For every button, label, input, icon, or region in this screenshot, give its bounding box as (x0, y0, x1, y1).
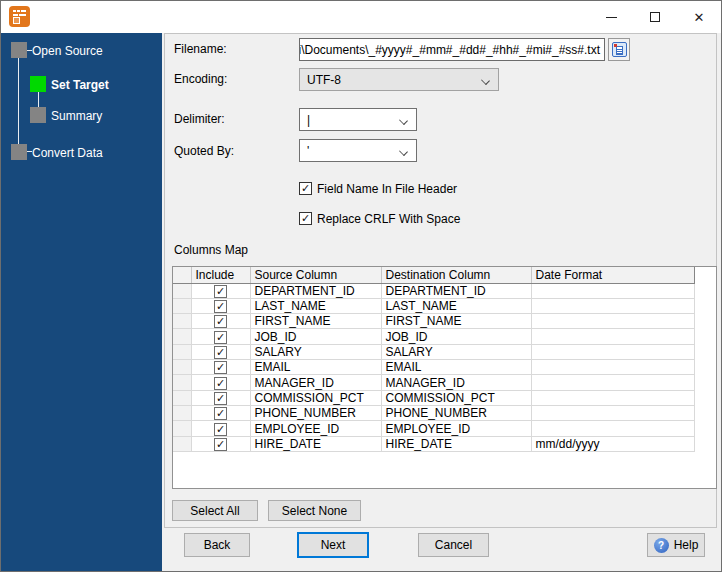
delimiter-select[interactable]: | (299, 108, 417, 131)
include-cell: ✓ (191, 421, 250, 436)
column-header-include: Include (191, 267, 250, 283)
include-checkbox[interactable]: ✓ (214, 300, 227, 313)
tree-connector-line (38, 92, 39, 107)
include-cell: ✓ (191, 329, 250, 344)
date-format-cell (531, 329, 694, 344)
include-cell: ✓ (191, 298, 250, 313)
help-button[interactable]: ? Help (647, 533, 705, 557)
include-cell: ✓ (191, 390, 250, 405)
destination-column-cell: MANAGER_ID (381, 375, 531, 390)
include-cell: ✓ (191, 283, 250, 298)
select-none-button[interactable]: Select None (268, 500, 361, 521)
include-checkbox[interactable]: ✓ (214, 285, 227, 298)
destination-column-cell: EMPLOYEE_ID (381, 421, 531, 436)
row-selector-cell[interactable] (173, 344, 191, 359)
row-selector-cell[interactable] (173, 406, 191, 421)
app-icon-detail (13, 10, 26, 12)
table-row: ✓LAST_NAMELAST_NAME (173, 298, 694, 313)
chevron-down-icon (481, 76, 490, 85)
row-selector-cell[interactable] (173, 314, 191, 329)
dialog-window: ✕ Open Source Set Target Summary Convert… (0, 0, 722, 572)
close-icon: ✕ (694, 11, 705, 24)
app-icon[interactable] (9, 6, 30, 27)
encoding-label: Encoding: (174, 72, 227, 86)
destination-column-cell: JOB_ID (381, 329, 531, 344)
app-icon-detail (13, 17, 20, 24)
help-icon: ? (654, 538, 669, 553)
row-selector-cell[interactable] (173, 329, 191, 344)
row-selector-cell[interactable] (173, 436, 191, 451)
column-header-date-format: Date Format (531, 267, 694, 283)
row-selector-cell[interactable] (173, 283, 191, 298)
row-selector-cell[interactable] (173, 298, 191, 313)
minimize-icon (606, 17, 617, 18)
table-row: ✓FIRST_NAMEFIRST_NAME (173, 314, 694, 329)
tree-connector-line (18, 58, 19, 144)
destination-column-cell: EMAIL (381, 360, 531, 375)
sidebar-item-summary: Summary (51, 109, 102, 123)
source-column-cell: EMAIL (250, 360, 381, 375)
source-column-cell: HIRE_DATE (250, 436, 381, 451)
row-selector-cell[interactable] (173, 360, 191, 375)
maximize-button[interactable] (633, 1, 677, 33)
table-row: ✓MANAGER_IDMANAGER_ID (173, 375, 694, 390)
step-marker-open-source (11, 42, 27, 58)
destination-column-cell: SALARY (381, 344, 531, 359)
columns-table-body: ✓DEPARTMENT_IDDEPARTMENT_ID✓LAST_NAMELAS… (173, 283, 694, 452)
include-checkbox[interactable]: ✓ (214, 392, 227, 405)
row-selector-cell[interactable] (173, 421, 191, 436)
destination-column-cell: LAST_NAME (381, 298, 531, 313)
date-format-cell (531, 344, 694, 359)
close-button[interactable]: ✕ (677, 1, 721, 33)
minimize-button[interactable] (589, 1, 633, 33)
include-checkbox[interactable]: ✓ (214, 377, 227, 390)
include-cell: ✓ (191, 314, 250, 329)
back-button[interactable]: Back (184, 533, 250, 557)
date-format-cell (531, 390, 694, 405)
sidebar-item-convert-data: Convert Data (32, 146, 103, 160)
row-selector-cell[interactable] (173, 375, 191, 390)
include-checkbox[interactable]: ✓ (214, 438, 227, 451)
date-format-cell (531, 298, 694, 313)
include-checkbox[interactable]: ✓ (214, 315, 227, 328)
table-row: ✓DEPARTMENT_IDDEPARTMENT_ID (173, 283, 694, 298)
date-format-cell (531, 406, 694, 421)
include-checkbox[interactable]: ✓ (214, 407, 227, 420)
step-marker-set-target (30, 76, 46, 92)
field-name-in-header-checkbox[interactable]: ✓ (299, 182, 312, 195)
maximize-icon (650, 12, 660, 22)
include-checkbox[interactable]: ✓ (214, 361, 227, 374)
select-all-button[interactable]: Select All (172, 500, 258, 521)
columns-map-title: Columns Map (174, 243, 248, 257)
destination-column-cell: DEPARTMENT_ID (381, 283, 531, 298)
table-row: ✓COMMISSION_PCTCOMMISSION_PCT (173, 390, 694, 405)
quoted-by-select[interactable]: ' (299, 139, 417, 162)
next-button[interactable]: Next (297, 532, 369, 558)
column-header-destination: Destination Column (381, 267, 531, 283)
cancel-button[interactable]: Cancel (418, 533, 489, 557)
document-icon (616, 46, 623, 55)
encoding-select[interactable]: UTF-8 (299, 68, 499, 91)
include-checkbox[interactable]: ✓ (214, 346, 227, 359)
include-cell: ✓ (191, 406, 250, 421)
sidebar-item-set-target: Set Target (51, 78, 109, 92)
browse-button[interactable] (608, 38, 630, 61)
row-selector-cell[interactable] (173, 390, 191, 405)
field-name-in-header-label: Field Name In File Header (317, 182, 457, 196)
date-format-cell (531, 421, 694, 436)
source-column-cell: PHONE_NUMBER (250, 406, 381, 421)
table-row: ✓SALARYSALARY (173, 344, 694, 359)
columns-map-table: Include Source Column Destination Column… (172, 266, 717, 489)
quoted-by-label: Quoted By: (174, 144, 234, 158)
encoding-value: UTF-8 (307, 73, 341, 87)
chevron-down-icon (399, 116, 408, 125)
include-checkbox[interactable]: ✓ (214, 331, 227, 344)
delimiter-value: | (307, 113, 310, 127)
replace-crlf-checkbox[interactable]: ✓ (299, 212, 312, 225)
filename-input[interactable]: i\Documents\_#yyyy#_#mm#_#dd#_#hh#_#mi#_… (299, 38, 605, 61)
include-cell: ✓ (191, 375, 250, 390)
replace-crlf-label: Replace CRLF With Space (317, 212, 460, 226)
include-checkbox[interactable]: ✓ (214, 423, 227, 436)
title-bar: ✕ (1, 1, 721, 33)
filename-label: Filename: (174, 42, 227, 56)
